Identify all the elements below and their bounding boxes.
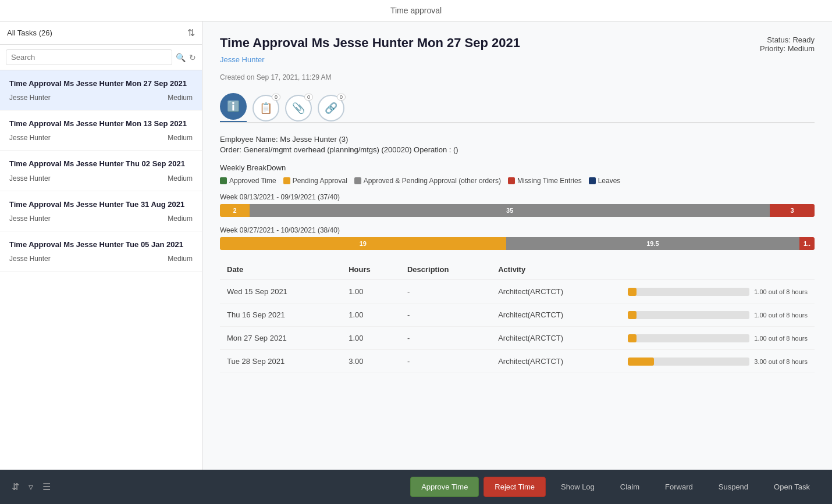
legend-dot-3 (508, 177, 515, 184)
task-status: Status: Ready Priority: Medium (760, 35, 815, 53)
sidebar-item-priority-3: Medium (168, 215, 193, 223)
sidebar-search-bar: 🔍 ↻ (0, 45, 202, 70)
sidebar-item-title-3: Time Approval Ms Jesse Hunter Tue 31 Aug… (9, 199, 193, 210)
sidebar-item-3[interactable]: Time Approval Ms Jesse Hunter Tue 31 Aug… (0, 191, 202, 231)
cell-hours-0: 1.00 (342, 280, 400, 303)
legend-item-0: Approved Time (220, 177, 276, 185)
hours-label-3: 3.00 out of 8 hours (754, 358, 808, 365)
refresh-icon[interactable]: ↻ (189, 53, 196, 62)
cell-hours-3: 3.00 (342, 350, 400, 373)
bar-seg-1-2: 1.. (799, 237, 815, 250)
cell-date-2: Mon 27 Sep 2021 (220, 327, 342, 350)
sidebar-item-2[interactable]: Time Approval Ms Jesse Hunter Thu 02 Sep… (0, 151, 202, 191)
week-label-0: Week 09/13/2021 - 09/19/2021 (37/40) (220, 193, 815, 201)
sidebar-item-0[interactable]: Time Approval Ms Jesse Hunter Mon 27 Sep… (0, 70, 202, 110)
bar-seg-1-1: 19.5 (506, 237, 800, 250)
cell-activity-3: Architect(ARCTCT) (491, 350, 620, 373)
cell-activity-0: Architect(ARCTCT) (491, 280, 620, 303)
col-description: Description (400, 259, 491, 280)
cell-activity-1: Architect(ARCTCT) (491, 303, 620, 327)
icon-tab-2[interactable]: 📎0 (285, 95, 312, 121)
legend-item-4: Leaves (589, 177, 621, 185)
week-section-1: Week 09/27/2021 - 10/03/2021 (38/40)1919… (220, 226, 815, 250)
legend-label-1: Pending Approval (293, 177, 347, 185)
legend-label-4: Leaves (598, 177, 621, 185)
task-title: Time Approval Ms Jesse Hunter Mon 27 Sep… (220, 35, 520, 51)
bottom-left-icons: ⇵ ▿ ☰ (12, 481, 51, 492)
detail-section: Employee Name: Ms Jesse Hunter (3) Order… (220, 135, 815, 154)
sidebar-item-meta-4: Jesse Hunter Medium (9, 255, 193, 263)
week-bar-0: 2353 (220, 204, 815, 217)
sidebar-item-title-0: Time Approval Ms Jesse Hunter Mon 27 Sep… (9, 78, 193, 89)
hours-cell-3: 3.00 out of 8 hours (628, 358, 808, 366)
hours-bar-fill-0 (628, 288, 637, 296)
icon-tab-badge-1: 0 (272, 94, 280, 101)
priority-badge: Priority: Medium (760, 44, 815, 53)
sidebar-item-name-3: Jesse Hunter (9, 215, 51, 223)
legend-item-1: Pending Approval (283, 177, 347, 185)
cell-date-1: Thu 16 Sep 2021 (220, 303, 342, 327)
legend-label-3: Missing Time Entries (517, 177, 582, 185)
action-btn-open-task[interactable]: Open Task (763, 477, 820, 496)
cell-desc-1: - (400, 303, 491, 327)
search-icon[interactable]: 🔍 (176, 53, 186, 62)
status-badge: Status: Ready (760, 35, 815, 44)
legend-dot-0 (220, 177, 227, 184)
sidebar-header: All Tasks (26) ⇅ (0, 22, 202, 45)
sidebar-item-1[interactable]: Time Approval Ms Jesse Hunter Mon 13 Sep… (0, 110, 202, 151)
filter-icon[interactable]: ▿ (29, 481, 33, 492)
employee-link[interactable]: Jesse Hunter (220, 55, 265, 64)
sidebar-list: Time Approval Ms Jesse Hunter Mon 27 Sep… (0, 70, 202, 470)
sidebar-item-priority-1: Medium (168, 134, 193, 142)
icon-tab-0[interactable]: ℹ️ (220, 93, 247, 120)
hours-bar-bg-0 (628, 288, 750, 296)
legend-dot-1 (283, 177, 290, 184)
order-line: Order: General/mgmt overhead (planning/m… (220, 145, 815, 154)
task-header-row: Time Approval Ms Jesse Hunter Mon 27 Sep… (220, 35, 815, 70)
sidebar-item-name-2: Jesse Hunter (9, 174, 51, 183)
cell-date-0: Wed 15 Sep 2021 (220, 280, 342, 303)
action-btn-suspend[interactable]: Suspend (708, 477, 759, 496)
action-btn-reject-time[interactable]: Reject Time (483, 477, 546, 497)
hours-bar-fill-3 (628, 358, 654, 366)
week-label-1: Week 09/27/2021 - 10/03/2021 (38/40) (220, 226, 815, 234)
sidebar-item-priority-4: Medium (168, 255, 193, 263)
col-hours: Hours (342, 259, 400, 280)
weekly-breakdown-title: Weekly BreakDown (220, 163, 815, 172)
sidebar-item-meta-2: Jesse Hunter Medium (9, 174, 193, 183)
cell-desc-0: - (400, 280, 491, 303)
action-btn-show-log[interactable]: Show Log (550, 477, 605, 496)
task-list-icon[interactable]: ⇅ (187, 27, 195, 38)
sidebar-item-meta-1: Jesse Hunter Medium (9, 134, 193, 142)
sidebar-item-title-2: Time Approval Ms Jesse Hunter Thu 02 Sep… (9, 159, 193, 169)
icon-tab-1[interactable]: 📋0 (253, 95, 279, 121)
sidebar: All Tasks (26) ⇅ 🔍 ↻ Time Approval Ms Je… (0, 22, 202, 470)
cell-bar-0: 1.00 out of 8 hours (621, 280, 815, 303)
list-view-icon[interactable]: ☰ (42, 481, 51, 492)
icon-tab-badge-2: 0 (304, 94, 313, 101)
hours-bar-fill-1 (628, 311, 637, 319)
sidebar-item-4[interactable]: Time Approval Ms Jesse Hunter Tue 05 Jan… (0, 231, 202, 271)
legend-item-3: Missing Time Entries (508, 177, 582, 185)
action-btn-approve-time[interactable]: Approve Time (410, 477, 479, 497)
col-activity: Activity (491, 259, 620, 280)
sidebar-item-name-4: Jesse Hunter (9, 255, 51, 263)
legend-label-0: Approved Time (229, 177, 276, 185)
cell-date-3: Tue 28 Sep 2021 (220, 350, 342, 373)
hours-label-1: 1.00 out of 8 hours (754, 312, 808, 319)
hours-bar-fill-2 (628, 334, 637, 342)
cell-desc-2: - (400, 327, 491, 350)
hours-bar-bg-2 (628, 334, 750, 342)
icon-tab-3[interactable]: 🔗0 (318, 95, 344, 121)
search-input[interactable] (6, 49, 172, 65)
cell-bar-2: 1.00 out of 8 hours (621, 327, 815, 350)
hours-bar-bg-1 (628, 311, 750, 319)
legend-dot-4 (589, 177, 596, 184)
sort-icon[interactable]: ⇵ (12, 481, 19, 492)
icon-tab-badge-3: 0 (337, 94, 346, 101)
sidebar-item-name-1: Jesse Hunter (9, 134, 51, 142)
action-btn-claim[interactable]: Claim (610, 477, 650, 496)
action-btn-forward[interactable]: Forward (655, 477, 703, 496)
week-bars: Week 09/13/2021 - 09/19/2021 (37/40)2353… (220, 193, 815, 250)
bar-seg-0-1: 35 (250, 204, 770, 217)
